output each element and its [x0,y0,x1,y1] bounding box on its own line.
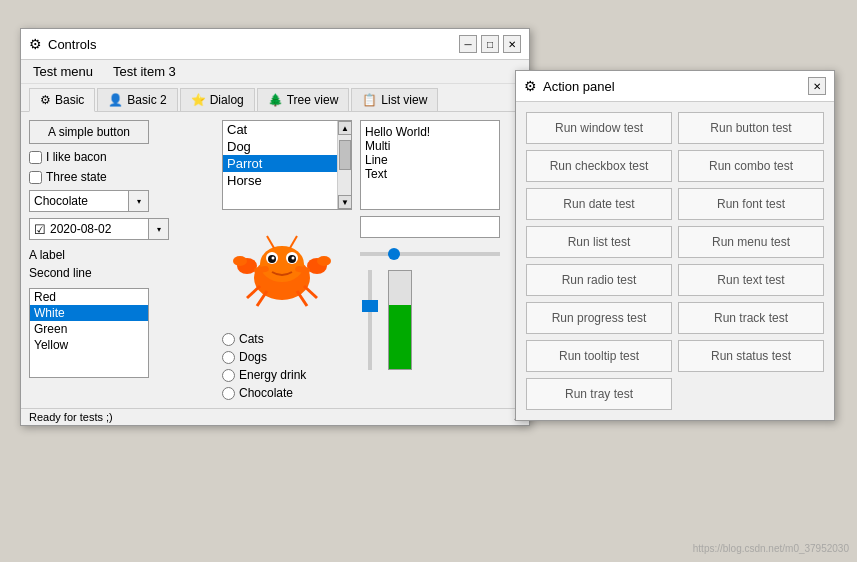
run-list-test-button[interactable]: Run list test [526,226,672,258]
minimize-icon: ─ [464,39,471,50]
scroll-down-button[interactable]: ▼ [338,195,352,209]
run-radio-test-button[interactable]: Run radio test [526,264,672,296]
label2: Second line [29,264,214,282]
window-content: A simple button I like bacon Three state… [21,112,529,408]
listbox-item-cat[interactable]: Cat [223,121,337,138]
action-buttons-grid: Run window test Run button test Run chec… [516,102,834,420]
svg-point-11 [317,256,331,266]
vert-thumb[interactable] [362,300,378,312]
radio-chocolate-label: Chocolate [239,386,293,400]
radio-dogs[interactable] [222,351,235,364]
crab-svg [232,226,332,316]
radio-cats[interactable] [222,333,235,346]
run-font-test-button[interactable]: Run font test [678,188,824,220]
run-menu-test-button[interactable]: Run menu test [678,226,824,258]
controls-window: ⚙ Controls ─ □ ✕ Test menu Test item 3 ⚙… [20,28,530,426]
tab-listview[interactable]: 📋 List view [351,88,438,111]
scroll-thumb[interactable] [339,140,351,170]
radio-cats-row: Cats [222,332,352,346]
tab-basic[interactable]: ⚙ Basic [29,88,95,112]
svg-line-18 [267,236,274,248]
listbox-item-parrot[interactable]: Parrot [223,155,337,172]
maximize-button[interactable]: □ [481,35,499,53]
textarea-line2: Multi [365,139,495,153]
vert-controls [360,270,510,370]
simple-button[interactable]: A simple button [29,120,149,144]
run-tray-test-button[interactable]: Run tray test [526,378,672,410]
radio-cats-label: Cats [239,332,264,346]
horizontal-slider[interactable] [360,244,500,264]
textarea-line3: Line [365,153,495,167]
close-icon: ✕ [508,39,516,50]
textarea-line1: Hello World! [365,125,495,139]
tab-treeview[interactable]: 🌲 Tree view [257,88,350,111]
checkbox1[interactable] [29,151,42,164]
checkbox2-row: Three state [29,170,214,184]
list-item-yellow[interactable]: Yellow [30,337,148,353]
date-picker[interactable]: ☑ 2020-08-02 ▾ [29,218,169,240]
minimize-button[interactable]: ─ [459,35,477,53]
combo-arrow-icon[interactable]: ▾ [128,191,148,211]
tab-basic-label: Basic [55,93,84,107]
listbox-item-horse[interactable]: Horse [223,172,337,189]
svg-point-1 [260,246,304,282]
radio-energy-row: Energy drink [222,368,352,382]
run-checkbox-test-button[interactable]: Run checkbox test [526,150,672,182]
tab-dialog-label: Dialog [210,93,244,107]
run-date-test-button[interactable]: Run date test [526,188,672,220]
run-track-test-button[interactable]: Run track test [678,302,824,334]
tab-listview-icon: 📋 [362,93,377,107]
date-arrow-icon[interactable]: ▾ [148,219,168,239]
listbox-container: Cat Dog Parrot Horse ▲ ▼ [222,120,352,210]
progress-fill [389,305,411,369]
list-box[interactable]: Red White Green Yellow [29,288,149,378]
run-combo-test-button[interactable]: Run combo test [678,150,824,182]
run-button-test-button[interactable]: Run button test [678,112,824,144]
combo-box[interactable]: Chocolate ▾ [29,190,149,212]
svg-line-19 [290,236,297,248]
menu-test[interactable]: Test menu [29,62,97,81]
run-text-test-button[interactable]: Run text test [678,264,824,296]
text-area[interactable]: Hello World! Multi Line Text [360,120,500,210]
listbox[interactable]: Cat Dog Parrot Horse [223,121,337,209]
scroll-up-button[interactable]: ▲ [338,121,352,135]
tab-basic2[interactable]: 👤 Basic 2 [97,88,177,111]
action-panel-close[interactable]: ✕ [808,77,826,95]
radio-energy[interactable] [222,369,235,382]
run-window-test-button[interactable]: Run window test [526,112,672,144]
action-panel-title: Action panel [543,79,615,94]
checkbox2[interactable] [29,171,42,184]
radio-chocolate[interactable] [222,387,235,400]
svg-point-6 [272,257,275,260]
listbox-item-dog[interactable]: Dog [223,138,337,155]
radio-dogs-label: Dogs [239,350,267,364]
controls-titlebar: ⚙ Controls ─ □ ✕ [21,29,529,60]
vertical-slider[interactable] [360,270,380,370]
input-box[interactable] [360,216,500,238]
checkbox1-label: I like bacon [46,150,107,164]
tab-basic2-icon: 👤 [108,93,123,107]
tabs-bar: ⚙ Basic 👤 Basic 2 ⭐ Dialog 🌲 Tree view 📋… [21,84,529,112]
slider-track [360,252,500,256]
run-progress-test-button[interactable]: Run progress test [526,302,672,334]
menubar: Test menu Test item 3 [21,60,529,84]
action-panel-icon: ⚙ [524,78,537,94]
tab-basic2-label: Basic 2 [127,93,166,107]
tab-treeview-icon: 🌲 [268,93,283,107]
radio-chocolate-row: Chocolate [222,386,352,400]
close-button[interactable]: ✕ [503,35,521,53]
action-panel: ⚙ Action panel ✕ Run window test Run but… [515,70,835,421]
maximize-icon: □ [487,39,493,50]
listbox-scrollbar[interactable]: ▲ ▼ [337,121,351,209]
run-status-test-button[interactable]: Run status test [678,340,824,372]
vert-track [368,270,372,370]
menu-item3[interactable]: Test item 3 [109,62,180,81]
svg-line-17 [304,286,317,298]
list-item-green[interactable]: Green [30,321,148,337]
radio-energy-label: Energy drink [239,368,306,382]
slider-thumb[interactable] [388,248,400,260]
list-item-white[interactable]: White [30,305,148,321]
list-item-red[interactable]: Red [30,289,148,305]
run-tooltip-test-button[interactable]: Run tooltip test [526,340,672,372]
tab-dialog[interactable]: ⭐ Dialog [180,88,255,111]
